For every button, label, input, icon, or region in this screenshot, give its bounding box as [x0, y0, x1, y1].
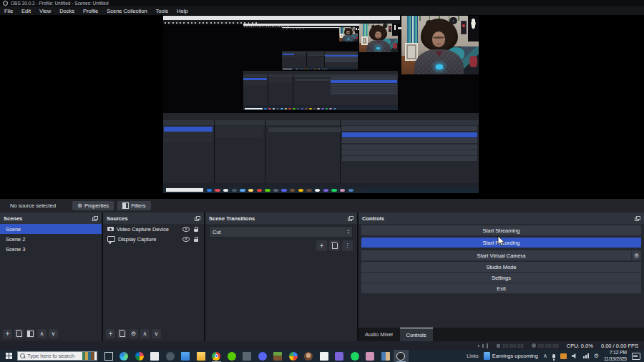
- remove-source-button[interactable]: [117, 329, 127, 338]
- virtual-camera-config-icon[interactable]: ⚙: [631, 250, 641, 260]
- spotify-icon[interactable]: [347, 350, 363, 362]
- skull-art: [394, 25, 397, 31]
- fps-counter: 0.00 / 0.00 FPS: [601, 343, 638, 349]
- calculator-icon[interactable]: [240, 350, 255, 362]
- tray-settings-icon[interactable]: ⚙: [594, 353, 599, 359]
- tray-volume-icon[interactable]: [572, 353, 578, 359]
- source-item-display-capture[interactable]: Display Capture: [103, 234, 204, 244]
- mini-md: [328, 69, 330, 69]
- tray-app-icon[interactable]: [560, 353, 567, 359]
- studio-mode-button[interactable]: Studio Mode: [361, 262, 641, 272]
- taskbar-search-input[interactable]: Type here to search: [17, 351, 97, 361]
- google-photos-icon[interactable]: [286, 350, 301, 362]
- tray-mic-icon[interactable]: [552, 354, 555, 358]
- tray-chevron-up-icon[interactable]: ∧: [543, 353, 547, 359]
- obs-studio-icon[interactable]: [394, 350, 409, 362]
- controls-panel-header: Controls: [358, 212, 644, 224]
- scene-up-button[interactable]: ∧: [37, 329, 47, 338]
- properties-button[interactable]: ⚙ Properties: [72, 201, 114, 210]
- links-toolbar[interactable]: Links: [467, 353, 478, 358]
- menu-file[interactable]: File: [0, 8, 17, 14]
- steam-icon[interactable]: [162, 350, 178, 362]
- mini-md: [326, 108, 328, 109]
- tab-controls[interactable]: Controls: [400, 328, 433, 341]
- popout-icon[interactable]: [195, 216, 200, 221]
- lock-icon[interactable]: [194, 229, 198, 232]
- discord-icon[interactable]: [255, 350, 270, 362]
- start-button[interactable]: [0, 350, 17, 362]
- settings-button[interactable]: Settings: [361, 273, 641, 283]
- mini-m-panels: [243, 74, 398, 105]
- popout-icon[interactable]: [92, 216, 98, 221]
- scene-down-button[interactable]: ∨: [49, 329, 58, 338]
- purple-app-icon[interactable]: [332, 350, 348, 362]
- exit-button[interactable]: Exit: [361, 283, 641, 293]
- tray-network-icon[interactable]: [583, 353, 589, 358]
- spotify-icon: [351, 352, 359, 361]
- mini-h: [341, 120, 479, 126]
- add-source-button[interactable]: +: [106, 329, 115, 338]
- obs-main-window: OBS 30.0.2 - Profile: Untitled - Scenes:…: [0, 0, 644, 362]
- menu-view[interactable]: View: [35, 8, 55, 14]
- source-item-video-capture[interactable]: Video Capture Device: [103, 224, 204, 234]
- scene-item-scene3[interactable]: Scene 3: [0, 244, 102, 254]
- scenes-toolbar: + ∧ ∨: [3, 329, 58, 338]
- scene-item-scene[interactable]: Scene: [0, 224, 102, 234]
- lock-icon[interactable]: [194, 239, 198, 242]
- cpu-usage: CPU: 0.0%: [567, 343, 593, 349]
- remove-scene-button[interactable]: [14, 329, 24, 338]
- source-up-button[interactable]: ∧: [140, 329, 150, 338]
- pixel-game-icon[interactable]: [378, 350, 394, 362]
- remove-transition-button[interactable]: [329, 240, 340, 251]
- minecraft-icon[interactable]: [270, 350, 286, 362]
- scene-filters-button[interactable]: [26, 329, 35, 338]
- start-virtual-camera-button[interactable]: Start Virtual Camera ⚙: [361, 250, 641, 260]
- duolingo-icon[interactable]: [224, 350, 240, 362]
- mini-h: [163, 120, 214, 126]
- mini-md: [356, 189, 361, 192]
- source-down-button[interactable]: ∨: [152, 329, 161, 338]
- webcam-overlay[interactable]: [487, 0, 644, 120]
- photos-icon[interactable]: [147, 350, 163, 362]
- edge-icon[interactable]: [117, 350, 132, 362]
- game-avatar-icon[interactable]: [301, 350, 317, 362]
- notepad-icon[interactable]: [316, 350, 332, 362]
- action-center-icon[interactable]: [632, 353, 640, 360]
- popout-icon[interactable]: [635, 216, 640, 221]
- task-view-icon[interactable]: [101, 350, 117, 362]
- microsoft-365-icon[interactable]: [132, 350, 147, 362]
- mini-bar: [342, 156, 477, 161]
- add-scene-button[interactable]: +: [3, 329, 12, 338]
- chrome-icon: [212, 352, 220, 361]
- popout-icon[interactable]: [348, 216, 353, 221]
- mini-md: [304, 69, 306, 69]
- transition-select[interactable]: Cut ▴▾: [209, 226, 353, 238]
- anime-app-icon[interactable]: [363, 350, 379, 362]
- menu-tools[interactable]: Tools: [152, 8, 173, 14]
- menu-help[interactable]: Help: [172, 8, 192, 14]
- mini-mp: [341, 120, 479, 183]
- start-streaming-button[interactable]: Start Streaming: [361, 225, 641, 235]
- transition-properties-button[interactable]: ⋮: [342, 240, 353, 251]
- tab-audio-mixer[interactable]: Audio Mixer: [358, 328, 400, 341]
- sources-panel: Sources Video Capture Device Display Cap…: [103, 212, 204, 341]
- menu-profile[interactable]: Profile: [79, 8, 102, 14]
- menu-scene-collection[interactable]: Scene Collection: [102, 8, 151, 14]
- visibility-eye-icon[interactable]: [182, 237, 190, 242]
- taskbar-clock[interactable]: 7:12 PM 11/19/2025: [604, 350, 627, 361]
- transition-buttons: + ⋮: [316, 240, 353, 251]
- chrome-icon[interactable]: [209, 350, 225, 362]
- file-explorer-icon[interactable]: [193, 350, 209, 362]
- mini-m-task: [243, 107, 398, 110]
- menu-docks[interactable]: Docks: [55, 8, 79, 14]
- clock-time: 7:12 PM: [604, 350, 627, 356]
- visibility-eye-icon[interactable]: [182, 227, 190, 232]
- news-widget[interactable]: Earnings upcoming: [484, 352, 538, 360]
- pixel-game-icon: [381, 352, 390, 361]
- add-transition-button[interactable]: +: [316, 240, 327, 251]
- menu-edit[interactable]: Edit: [17, 8, 35, 14]
- source-properties-button[interactable]: ⚙: [129, 329, 138, 338]
- filters-button[interactable]: Filters: [117, 201, 150, 210]
- scene-item-scene2[interactable]: Scene 2: [0, 234, 102, 244]
- mail-icon[interactable]: [178, 350, 194, 362]
